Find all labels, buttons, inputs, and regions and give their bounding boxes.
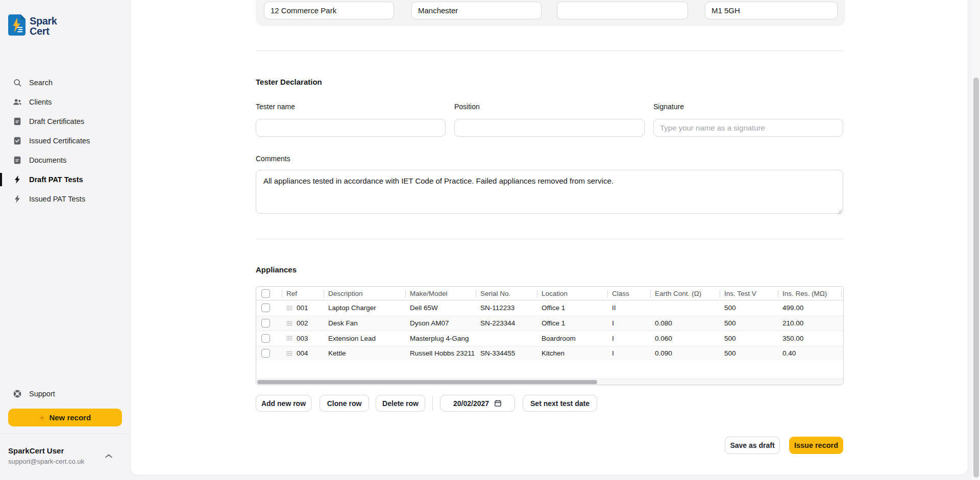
cell-location[interactable]: Boardroom [537, 335, 607, 342]
column-header-earth-cont[interactable]: Earth Cont. (Ω) [650, 287, 720, 300]
cell-earth-cont[interactable]: 0.090 [650, 349, 720, 357]
address-section-card [256, 0, 845, 26]
cell-class[interactable]: II [607, 304, 650, 312]
clone-row-button[interactable]: Clone row [320, 395, 369, 412]
address-county-input[interactable] [557, 2, 688, 19]
cell-ref[interactable]: 004 [297, 349, 308, 357]
cell-ins-test-v[interactable]: 500 [720, 304, 778, 312]
select-all-checkbox[interactable] [261, 289, 270, 298]
row-checkbox[interactable] [261, 304, 270, 312]
cell-make-model[interactable]: Dyson AM07 [405, 319, 476, 327]
column-header-location[interactable]: Location [537, 287, 607, 300]
issue-record-button[interactable]: Issue record [789, 437, 843, 454]
set-next-test-date-button[interactable]: Set next test date [523, 395, 597, 412]
vertical-scrollbar-track[interactable] [972, 0, 980, 480]
address-line1-input[interactable] [264, 2, 394, 19]
cell-description[interactable]: Kettle [324, 349, 405, 357]
drag-handle-icon[interactable] [286, 321, 292, 326]
bolt-icon [13, 175, 22, 184]
column-header-ref[interactable]: Ref [282, 287, 324, 300]
calendar-icon[interactable] [494, 399, 502, 407]
column-header-description[interactable]: Description [324, 287, 405, 300]
cell-class[interactable]: I [607, 349, 650, 357]
sidebar-item-search[interactable]: Search [0, 73, 130, 92]
address-postcode-input[interactable] [705, 2, 838, 19]
sidebar-item-documents[interactable]: Documents [0, 150, 130, 170]
column-header-ins-test-v[interactable]: Ins. Test V [720, 287, 778, 300]
cell-serial[interactable]: SN-112233 [476, 304, 537, 312]
cell-location[interactable]: Office 1 [537, 319, 607, 327]
sidebar-item-clients[interactable]: Clients [0, 92, 130, 112]
sidebar-item-label: Issued PAT Tests [29, 195, 85, 203]
cell-ins-res[interactable]: 499.00 [778, 304, 843, 312]
column-header-ins-res[interactable]: Ins. Res. (MΩ) [778, 287, 843, 300]
chevron-up-icon [105, 451, 112, 457]
sidebar-item-issued-certificates[interactable]: Issued Certificates [0, 131, 130, 150]
row-checkbox[interactable] [261, 349, 270, 358]
sidebar: Spark Cert Search Clients Draft Certific… [0, 0, 130, 480]
drag-handle-icon[interactable] [286, 306, 292, 311]
cell-serial[interactable]: SN-223344 [476, 319, 537, 327]
button-group-divider [432, 396, 433, 411]
vertical-scrollbar-thumb[interactable] [973, 78, 979, 477]
cell-ins-res[interactable]: 350.00 [778, 335, 843, 342]
cell-ref[interactable]: 003 [297, 335, 308, 342]
cell-ins-test-v[interactable]: 500 [720, 319, 778, 327]
cell-ins-res[interactable]: 210.00 [778, 319, 843, 327]
comments-label: Comments [256, 155, 290, 163]
cell-make-model[interactable]: Masterplug 4-Gang [405, 335, 476, 342]
cell-class[interactable]: I [607, 335, 650, 342]
cell-make-model[interactable]: Dell 65W [405, 304, 476, 312]
document-icon [13, 156, 22, 165]
row-checkbox[interactable] [261, 319, 270, 327]
cell-description[interactable]: Extension Lead [324, 335, 405, 342]
delete-row-button[interactable]: Delete row [376, 395, 425, 412]
tester-name-input[interactable] [256, 119, 446, 137]
cell-make-model[interactable]: Russell Hobbs 23211 [405, 349, 476, 357]
column-header-make-model[interactable]: Make/Model [405, 287, 476, 300]
sidebar-item-issued-pat-tests[interactable]: Issued PAT Tests [0, 189, 130, 209]
cell-ins-test-v[interactable]: 500 [720, 335, 778, 342]
sidebar-item-label: Draft Certificates [29, 117, 84, 125]
sidebar-item-draft-certificates[interactable]: Draft Certificates [0, 112, 130, 131]
appliance-table-row: 003 Extension Lead Masterplug 4-Gang Boa… [256, 331, 843, 346]
brand-name: Spark Cert [30, 16, 57, 36]
cell-ins-test-v[interactable]: 500 [720, 349, 778, 357]
cell-ref[interactable]: 001 [297, 304, 308, 312]
column-header-serial[interactable]: Serial No. [476, 287, 537, 300]
app-logo[interactable]: Spark Cert [8, 14, 57, 38]
new-record-button[interactable]: + New record [8, 409, 122, 426]
cell-description[interactable]: Laptop Charger [324, 304, 405, 312]
signature-label: Signature [653, 103, 684, 111]
horizontal-scrollbar-thumb[interactable] [257, 380, 597, 384]
position-input[interactable] [454, 119, 645, 137]
appliances-title: Appliances [256, 265, 297, 274]
add-new-row-button[interactable]: Add new row [256, 395, 311, 412]
sidebar-item-support[interactable]: Support [0, 384, 130, 403]
drag-handle-icon[interactable] [286, 336, 292, 341]
cell-earth-cont[interactable]: 0.080 [650, 319, 720, 327]
comments-textarea[interactable]: All appliances tested in accordance with… [256, 170, 843, 214]
signature-input[interactable] [653, 119, 843, 137]
cell-ref[interactable]: 002 [297, 319, 308, 327]
horizontal-scrollbar-track[interactable] [256, 378, 843, 385]
appliance-table-row: 004 Kettle Russell Hobbs 23211 SN-334455… [256, 346, 843, 361]
cell-class[interactable]: I [607, 319, 650, 327]
user-menu[interactable]: SparkCert User support@spark-cert.co.uk [0, 443, 130, 472]
cell-ins-res[interactable]: 0.40 [778, 349, 843, 357]
row-checkbox[interactable] [261, 334, 270, 343]
sparkcert-logo-icon [8, 14, 26, 38]
address-city-input[interactable] [411, 2, 542, 19]
next-test-date-input[interactable]: 20/02/2027 [440, 395, 515, 412]
cell-serial[interactable]: SN-334455 [476, 349, 537, 357]
cell-earth-cont[interactable]: 0.060 [650, 335, 720, 342]
cell-location[interactable]: Office 1 [537, 304, 607, 312]
drag-handle-icon[interactable] [286, 351, 292, 356]
column-header-class[interactable]: Class [607, 287, 650, 300]
cell-description[interactable]: Desk Fan [324, 319, 405, 327]
cell-location[interactable]: Kitchen [537, 349, 607, 357]
resize-handle-icon[interactable] [837, 208, 842, 213]
column-separator [841, 290, 842, 297]
save-as-draft-button[interactable]: Save as draft [725, 437, 780, 454]
sidebar-item-draft-pat-tests[interactable]: Draft PAT Tests [0, 170, 130, 189]
